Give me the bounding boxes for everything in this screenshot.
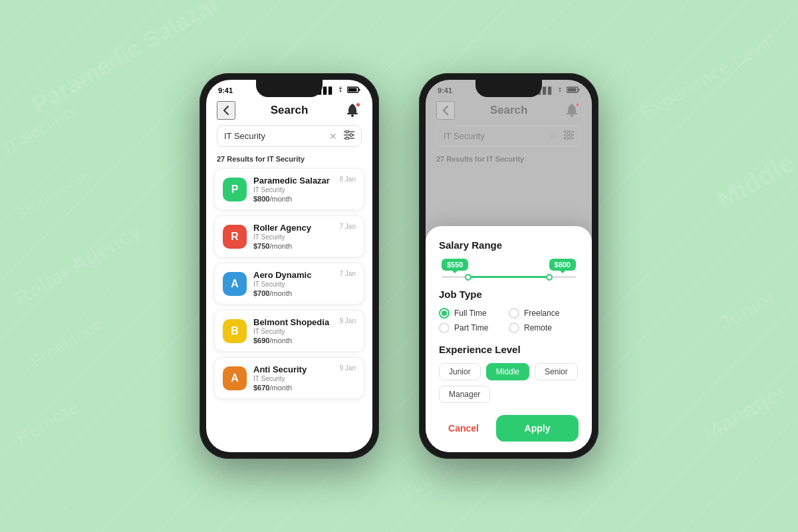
phone-2-status-icons: ▋▋▋ [537, 86, 580, 94]
bg-text-10: Manager [698, 378, 792, 447]
radio-remote[interactable]: Remote [509, 323, 579, 333]
exp-junior[interactable]: Junior [439, 363, 481, 380]
svg-rect-1 [348, 88, 357, 92]
job-salary-3: $700/month [253, 289, 356, 297]
filter-icon-1[interactable] [344, 130, 354, 142]
search-bar-1[interactable]: IT Security ✕ [217, 125, 362, 147]
bg-text-1: Paramedic Salazar [27, 0, 225, 119]
job-category-3: IT Security [253, 281, 356, 288]
salary-min-bubble: $550 [442, 259, 468, 271]
job-category-5: IT Security [253, 375, 356, 382]
job-card-1[interactable]: P Paramedic Salazar 8 Jan IT Security $8… [214, 168, 364, 210]
job-title-2: Roller Agency [253, 223, 311, 233]
apply-button[interactable]: Apply [496, 415, 579, 442]
slider-track[interactable] [442, 276, 576, 278]
slider-thumb-right[interactable] [546, 274, 553, 281]
bg-text-5: Freelance [27, 314, 107, 372]
salary-range-section: Salary Range $550 $800 [439, 239, 579, 278]
job-top-5: Anti Security 9 Jan [253, 364, 356, 374]
svg-point-9 [346, 137, 348, 140]
job-info-3: Aero Dynamic 7 Jan IT Security $700/mont… [253, 270, 356, 297]
svg-point-8 [350, 134, 352, 136]
search-bar-wrap-1: IT Security ✕ [206, 125, 372, 152]
svg-rect-12 [579, 89, 580, 91]
job-top-1: Paramedic Salazar 8 Jan [253, 176, 356, 186]
phone-1-status-icons: ▋▋▋ [318, 86, 360, 94]
background-watermarks: Paramedic Salazar IT Security $800/month… [0, 0, 798, 532]
experience-section: Experience Level Junior Middle Senior Ma… [439, 344, 579, 403]
filter-modal: Salary Range $550 $800 Job Type [426, 226, 592, 452]
phone-1-time: 9:41 [218, 86, 233, 94]
phone-2-notch [475, 80, 542, 97]
job-info-4: Belmont Shopedia 9 Jan IT Security $690/… [253, 317, 356, 344]
exp-manager[interactable]: Manager [439, 386, 490, 403]
radio-remote-label: Remote [524, 323, 552, 332]
battery-icon [347, 86, 360, 94]
job-top-3: Aero Dynamic 7 Jan [253, 270, 356, 280]
job-info-2: Roller Agency 7 Jan IT Security $750/mon… [253, 223, 356, 250]
experience-title: Experience Level [439, 344, 579, 355]
modal-buttons: Cancel Apply [439, 415, 579, 442]
notification-button-1[interactable] [343, 101, 362, 120]
job-type-grid: Full Time Freelance Part Time Remote [439, 308, 579, 333]
job-title-3: Aero Dynamic [253, 270, 311, 280]
radio-full-time-label: Full Time [454, 309, 487, 318]
radio-freelance-label: Freelance [524, 309, 559, 318]
job-card-4[interactable]: B Belmont Shopedia 9 Jan IT Security $69… [214, 310, 364, 352]
company-logo-5: A [223, 366, 247, 390]
job-salary-2: $750/month [253, 242, 356, 250]
job-card-2[interactable]: R Roller Agency 7 Jan IT Security $750/m… [214, 215, 364, 257]
job-salary-4: $690/month [253, 336, 356, 344]
slider-thumb-left[interactable] [465, 274, 471, 281]
job-top-2: Roller Agency 7 Jan [253, 223, 356, 233]
company-logo-2: R [223, 225, 247, 249]
results-number: 27 [217, 155, 225, 163]
back-button-1[interactable] [217, 101, 235, 120]
results-label: Results for IT Security [227, 155, 305, 163]
job-type-title: Job Type [439, 289, 579, 300]
bg-text-4: Roller Agency [10, 219, 146, 311]
radio-part-time[interactable]: Part Time [439, 323, 509, 333]
salary-max-bubble: $800 [549, 259, 576, 271]
job-salary-1: $800/month [253, 195, 356, 203]
phone-1-title: Search [271, 104, 309, 117]
notification-dot-1 [356, 102, 360, 107]
exp-senior[interactable]: Senior [535, 363, 578, 380]
search-value-1: IT Security [224, 131, 325, 141]
experience-tags: Junior Middle Senior Manager [439, 363, 579, 403]
search-clear-1[interactable]: ✕ [329, 131, 337, 142]
phone-1-notch [256, 80, 323, 97]
bg-text-9: Junior [716, 285, 779, 335]
exp-middle[interactable]: Middle [486, 363, 529, 380]
job-category-4: IT Security [253, 328, 356, 335]
job-card-5[interactable]: A Anti Security 9 Jan IT Security $670/m… [214, 357, 364, 399]
svg-point-7 [346, 130, 348, 133]
job-salary-5: $670/month [253, 384, 356, 392]
job-date-2: 7 Jan [340, 223, 356, 230]
bg-text-3: $800/month [15, 167, 94, 223]
radio-full-time-circle [439, 308, 450, 319]
job-top-4: Belmont Shopedia 9 Jan [253, 317, 356, 327]
job-title-1: Paramedic Salazar [253, 176, 330, 186]
radio-remote-circle [509, 323, 519, 333]
cancel-button[interactable]: Cancel [439, 415, 488, 442]
radio-part-time-circle [439, 323, 450, 333]
radio-full-time[interactable]: Full Time [439, 308, 509, 319]
battery-icon-2 [567, 86, 580, 94]
phone-2-screen: 9:41 ▋▋▋ Search [426, 80, 592, 452]
bg-text-6: Remote [13, 396, 82, 449]
results-count-1: 27 Results for IT Security [206, 152, 372, 168]
salary-slider[interactable]: $550 $800 [439, 259, 579, 278]
job-type-section: Job Type Full Time Freelance Part Time [439, 289, 579, 333]
company-logo-4: B [223, 319, 247, 343]
svg-point-3 [351, 114, 354, 117]
job-card-3[interactable]: A Aero Dynamic 7 Jan IT Security $700/mo… [214, 263, 364, 305]
salary-labels: $550 $800 [442, 259, 576, 271]
radio-freelance[interactable]: Freelance [509, 308, 579, 319]
bg-text-7: Experience Level [638, 30, 780, 124]
job-category-1: IT Security [253, 186, 356, 194]
radio-freelance-circle [509, 308, 519, 319]
job-date-5: 9 Jan [340, 364, 356, 372]
company-logo-1: P [223, 178, 247, 201]
phone-1-header: Search [206, 97, 372, 125]
